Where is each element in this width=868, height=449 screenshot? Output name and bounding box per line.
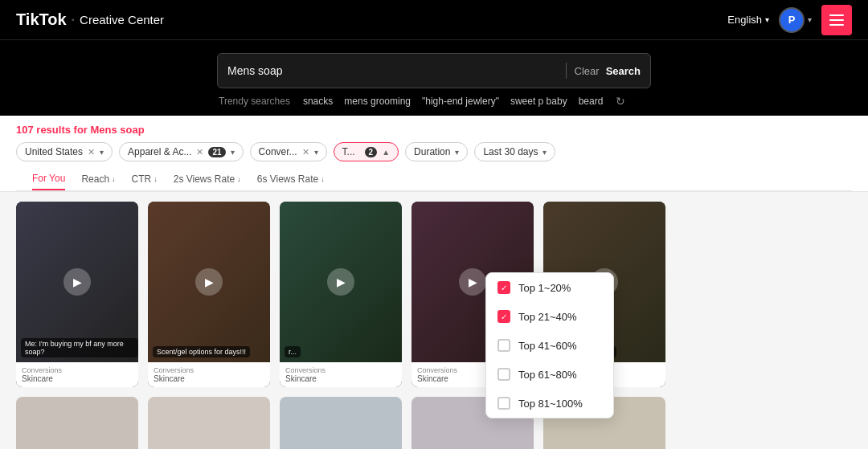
filter-label: United States bbox=[25, 146, 83, 157]
logo-creative-center: Creative Center bbox=[80, 13, 164, 27]
trending-item-sweet-p-baby[interactable]: sweet p baby bbox=[510, 96, 567, 107]
filter-label: T... bbox=[342, 146, 355, 157]
video-overlay-text: Me: I'm buying my bf any more soap? bbox=[21, 338, 138, 357]
sort-tabs: For You Reach ↓ CTR ↓ 2s Views Rate ↓ 6s… bbox=[16, 168, 852, 191]
tab-for-you[interactable]: For You bbox=[32, 173, 65, 190]
trending-item-jewlery[interactable]: "high-end jewlery" bbox=[422, 96, 499, 107]
sort-arrow-icon: ↓ bbox=[237, 175, 241, 183]
filter-conversions[interactable]: Conver... ✕ ▾ bbox=[250, 142, 327, 161]
chevron-down-icon: ▾ bbox=[765, 15, 769, 24]
dropdown-item-label: Top 81~100% bbox=[518, 398, 583, 410]
filter-duration[interactable]: Duration ▾ bbox=[405, 142, 468, 161]
hamburger-line bbox=[829, 14, 844, 16]
filter-label: Apparel & Ac... bbox=[128, 146, 191, 157]
dropdown-item-top-41-60[interactable]: Top 41~60% bbox=[486, 331, 613, 360]
trending-item-mens-grooming[interactable]: mens grooming bbox=[344, 96, 411, 107]
checkbox-top-21-40[interactable]: ✓ bbox=[497, 310, 510, 323]
logo: TikTok · Creative Center bbox=[16, 10, 164, 29]
search-bar: Clear Search bbox=[217, 53, 651, 88]
tab-label: For You bbox=[32, 173, 65, 184]
filter-label: Duration bbox=[414, 146, 450, 157]
chevron-down-icon[interactable]: ▾ bbox=[455, 148, 459, 157]
checkbox-top-81-100[interactable] bbox=[497, 397, 510, 410]
language-selector[interactable]: English ▾ bbox=[727, 14, 769, 26]
dropdown-item-top-1-20[interactable]: ✓ Top 1~20% bbox=[486, 273, 613, 302]
video-card[interactable]: ▶ Scent/gel options for days!!! Conversi… bbox=[148, 202, 270, 387]
filter-count-badge: 2 bbox=[365, 147, 378, 157]
avatar: P bbox=[779, 7, 805, 33]
video-card-placeholder[interactable] bbox=[148, 397, 270, 449]
trending-row: Trendy searches snacks mens grooming "hi… bbox=[217, 95, 651, 108]
filter-united-states[interactable]: United States ✕ ▾ bbox=[16, 142, 113, 161]
tab-ctr[interactable]: CTR ↓ bbox=[132, 173, 158, 190]
header: TikTok · Creative Center English ▾ P ▾ bbox=[0, 0, 868, 40]
clear-button[interactable]: Clear bbox=[575, 65, 600, 77]
chevron-up-icon[interactable]: ▲ bbox=[382, 148, 390, 157]
logo-tiktok: TikTok bbox=[16, 10, 67, 29]
hamburger-icon bbox=[829, 14, 844, 26]
chevron-down-icon: ▾ bbox=[808, 15, 812, 24]
dropdown-item-label: Top 1~20% bbox=[518, 282, 571, 294]
video-category: Skincare bbox=[285, 374, 396, 383]
video-card[interactable]: ▶ r... Conversions Skincare bbox=[280, 202, 402, 387]
avatar-wrapper[interactable]: P ▾ bbox=[779, 7, 812, 33]
video-category: Skincare bbox=[22, 374, 133, 383]
filter-label: Last 30 days bbox=[483, 146, 538, 157]
hamburger-line bbox=[829, 24, 844, 26]
remove-filter-icon[interactable]: ✕ bbox=[302, 147, 309, 157]
dropdown-item-top-61-80[interactable]: Top 61~80% bbox=[486, 360, 613, 389]
tab-label: 2s Views Rate bbox=[174, 173, 235, 185]
filter-last-30-days[interactable]: Last 30 days ▾ bbox=[474, 142, 555, 161]
results-header: 107 results for Mens soap United States … bbox=[0, 116, 868, 192]
sort-arrow-icon: ↓ bbox=[112, 175, 116, 183]
play-icon: ▶ bbox=[195, 268, 223, 296]
checkmark-icon: ✓ bbox=[501, 284, 507, 292]
video-card[interactable]: ▶ Me: I'm buying my bf any more soap? Co… bbox=[16, 202, 138, 387]
video-card-placeholder[interactable] bbox=[280, 397, 402, 449]
results-query: Mens soap bbox=[91, 124, 145, 136]
results-number: 107 bbox=[16, 124, 34, 136]
filters-row: United States ✕ ▾ Apparel & Ac... ✕ 21 ▾… bbox=[16, 142, 852, 168]
tab-2s-views[interactable]: 2s Views Rate ↓ bbox=[174, 173, 241, 190]
dropdown-item-top-21-40[interactable]: ✓ Top 21~40% bbox=[486, 302, 613, 331]
video-conversions-label: Conversions bbox=[285, 366, 396, 374]
play-icon: ▶ bbox=[63, 268, 91, 296]
video-category: Skincare bbox=[154, 374, 264, 383]
chevron-down-icon[interactable]: ▾ bbox=[100, 148, 104, 157]
remove-filter-icon[interactable]: ✕ bbox=[196, 147, 203, 157]
top-tier-dropdown: ✓ Top 1~20% ✓ Top 21~40% Top 41~60% Top … bbox=[485, 272, 614, 418]
video-overlay-text: r... bbox=[285, 346, 301, 357]
checkbox-top-41-60[interactable] bbox=[497, 339, 510, 352]
trending-item-snacks[interactable]: snacks bbox=[303, 96, 333, 107]
video-card-placeholder[interactable] bbox=[16, 397, 138, 449]
dropdown-item-top-81-100[interactable]: Top 81~100% bbox=[486, 389, 613, 418]
filter-apparel[interactable]: Apparel & Ac... ✕ 21 ▾ bbox=[119, 142, 244, 161]
video-thumbnail: ▶ Scent/gel options for days!!! bbox=[148, 202, 270, 362]
checkmark-icon: ✓ bbox=[501, 312, 507, 321]
remove-filter-icon[interactable]: ✕ bbox=[88, 147, 95, 157]
tab-6s-views[interactable]: 6s Views Rate ↓ bbox=[257, 173, 325, 190]
video-thumbnail: ▶ r... bbox=[280, 202, 402, 362]
search-input[interactable] bbox=[227, 64, 558, 77]
checkbox-top-1-20[interactable]: ✓ bbox=[497, 281, 510, 294]
logo-separator: · bbox=[72, 13, 75, 27]
chevron-down-icon[interactable]: ▾ bbox=[542, 148, 547, 157]
hamburger-line bbox=[829, 19, 844, 21]
tab-reach[interactable]: Reach ↓ bbox=[81, 173, 115, 190]
filter-label: Conver... bbox=[259, 146, 297, 157]
chevron-down-icon[interactable]: ▾ bbox=[314, 148, 318, 157]
dropdown-item-label: Top 61~80% bbox=[518, 369, 577, 381]
video-grid: ▶ Me: I'm buying my bf any more soap? Co… bbox=[0, 192, 868, 397]
chevron-down-icon[interactable]: ▾ bbox=[231, 148, 235, 157]
menu-button[interactable] bbox=[821, 5, 852, 35]
filter-top-tier[interactable]: T... 2 ▲ bbox=[334, 142, 399, 161]
video-info: Conversions Skincare bbox=[280, 362, 402, 387]
header-right: English ▾ P ▾ bbox=[727, 5, 852, 35]
search-button[interactable]: Search bbox=[606, 65, 641, 77]
checkbox-top-61-80[interactable] bbox=[497, 368, 510, 381]
trending-item-beard[interactable]: beard bbox=[579, 96, 604, 107]
sort-arrow-icon: ↓ bbox=[321, 175, 325, 183]
video-grid-row2 bbox=[0, 397, 868, 449]
video-overlay-text: Scent/gel options for days!!! bbox=[153, 346, 250, 357]
refresh-icon[interactable]: ↻ bbox=[616, 95, 625, 108]
